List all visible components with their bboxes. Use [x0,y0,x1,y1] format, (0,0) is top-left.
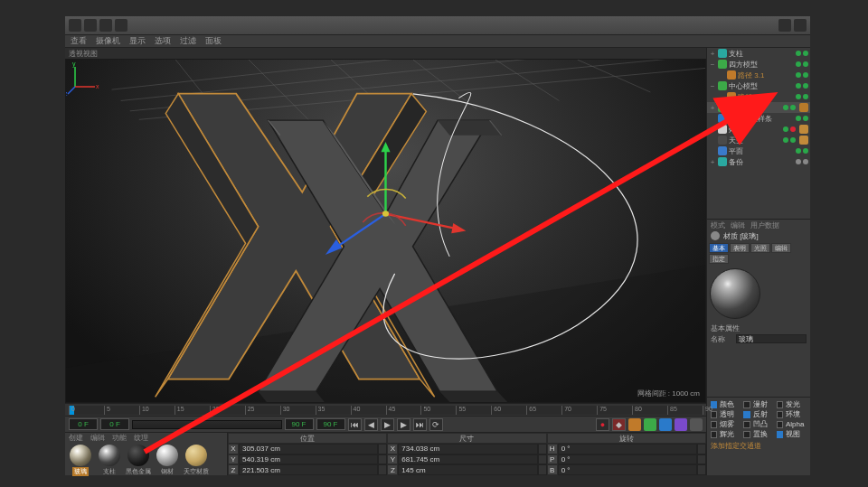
tree-item[interactable]: 天空 [707,135,810,145]
menu-display[interactable]: 显示 [129,35,146,47]
pos-input[interactable]: 540.319 cm [239,454,378,465]
expand-toggle[interactable]: + [709,104,716,112]
visibility-dot[interactable] [796,116,801,121]
visibility-dot[interactable] [803,148,808,154]
spinner[interactable] [378,444,387,454]
menu-camera[interactable]: 摄像机 [96,35,120,47]
tag-scale[interactable] [644,418,656,431]
visibility-dot[interactable] [803,116,808,121]
tree-item[interactable]: 路径 3.1 [707,70,810,80]
visibility-dot[interactable] [803,61,808,67]
viewport-3d[interactable]: y x z 网格间距 : 1000 cm [65,59,706,403]
visibility-dot[interactable] [796,72,801,78]
loop-icon[interactable]: ⟳ [429,418,443,431]
frame-start[interactable]: 0 F [69,418,98,430]
visibility-dot[interactable] [796,51,801,56]
material-item[interactable]: 钢材 [154,445,181,476]
channel-checkbox[interactable] [711,431,717,438]
rot-input[interactable]: 0 ° [558,464,697,475]
play-icon[interactable]: ▶ [381,418,394,431]
spinner[interactable] [697,454,706,465]
attr-tab-button[interactable]: 基本 [709,243,729,253]
material-item[interactable]: 支柱 [96,445,123,476]
tool-icon[interactable] [84,19,97,32]
spinner[interactable] [538,444,547,454]
visibility-dot[interactable] [803,83,808,89]
tool-icon[interactable] [99,19,112,32]
visibility-dot[interactable] [796,94,801,99]
attr-tab-user[interactable]: 用户数据 [750,220,779,230]
tag-param[interactable] [675,418,687,431]
tree-item[interactable]: −中心模型 [707,80,810,91]
visibility-dot[interactable] [783,105,788,110]
visibility-dot[interactable] [803,159,808,164]
step-fwd-icon[interactable]: ▶ [397,418,410,431]
visibility-dot[interactable] [783,126,788,132]
channel-checkbox[interactable] [711,421,717,428]
material-item[interactable]: 天空材质 [183,445,210,476]
channel-checkbox[interactable] [743,431,750,438]
material-preview[interactable] [710,268,760,319]
range-slider[interactable] [132,420,282,429]
go-end-icon[interactable]: ⏭ [413,418,427,431]
attr-tab-button[interactable]: 光照 [750,243,770,253]
layout-icon[interactable] [778,19,791,32]
visibility-dot[interactable] [803,72,808,78]
menu-filter[interactable]: 过滤 [180,35,196,47]
material-item[interactable]: 黑色金属 [125,445,152,476]
frame-current[interactable]: 0 F [100,418,129,430]
mat-tab[interactable]: 创建 [69,433,83,443]
tree-item[interactable]: 五次方程样条 [707,113,810,124]
material-item[interactable]: 玻璃 [67,445,94,476]
tag-rot[interactable] [659,418,672,431]
menu-options[interactable]: 选项 [155,35,171,47]
size-input[interactable]: 734.038 cm [398,444,537,454]
channel-checkbox[interactable] [743,401,750,408]
attr-tab-mode[interactable]: 模式 [711,220,725,230]
tag-pos[interactable] [628,418,641,431]
spinner[interactable] [378,454,387,465]
tree-item[interactable]: +备份 [707,156,810,167]
tool-icon[interactable] [115,19,127,32]
go-start-icon[interactable]: ⏮ [348,418,362,431]
timeline[interactable]: 051015202530354045505560657075808590 [65,403,706,416]
tree-item[interactable]: −四方模型 [707,59,810,70]
visibility-dot[interactable] [796,61,801,67]
expand-toggle[interactable]: − [709,82,716,90]
tree-item[interactable]: +玻璃框 [707,102,810,113]
menu-panel[interactable]: 面板 [205,35,222,47]
tree-item[interactable]: 灯光 [707,124,810,135]
frame-end2[interactable]: 90 F [316,418,345,430]
key-icon[interactable]: ◆ [612,418,626,431]
expand-toggle[interactable]: + [709,50,716,58]
channel-checkbox[interactable] [777,421,783,428]
rot-input[interactable]: 0 ° [558,444,697,454]
expand-toggle[interactable]: + [709,158,716,166]
frame-end[interactable]: 90 F [285,418,314,430]
attr-tab-edit[interactable]: 编辑 [731,220,745,230]
attr-tab-button[interactable]: 指定 [709,254,729,264]
object-manager[interactable]: +支柱−四方模型路径 3.1−中心模型路径 3.1+玻璃框五次方程样条灯光天空平… [707,48,810,220]
visibility-dot[interactable] [790,137,796,143]
step-back-icon[interactable]: ◀ [364,418,378,431]
spinner[interactable] [538,464,547,475]
tool-icon[interactable] [69,19,81,32]
channel-checkbox[interactable] [777,411,783,418]
expand-toggle[interactable]: − [709,61,716,69]
tree-item[interactable]: 平面 [707,145,810,156]
visibility-dot[interactable] [803,51,808,56]
mat-tab[interactable]: 纹理 [134,433,148,443]
object-tag-icon[interactable] [799,103,808,112]
visibility-dot[interactable] [796,83,801,89]
object-tag-icon[interactable] [799,136,808,145]
spinner[interactable] [697,444,706,454]
channel-checkbox[interactable] [777,401,783,408]
layout-icon[interactable] [794,19,807,32]
mat-tab[interactable]: 功能 [112,433,127,443]
add-channel-link[interactable]: 添加指定交通道 [711,441,807,451]
menu-view[interactable]: 查看 [71,35,87,47]
rot-input[interactable]: 0 ° [558,454,697,465]
tree-item[interactable]: +支柱 [707,48,810,59]
spinner[interactable] [538,454,547,465]
record-icon[interactable]: ● [596,418,609,431]
